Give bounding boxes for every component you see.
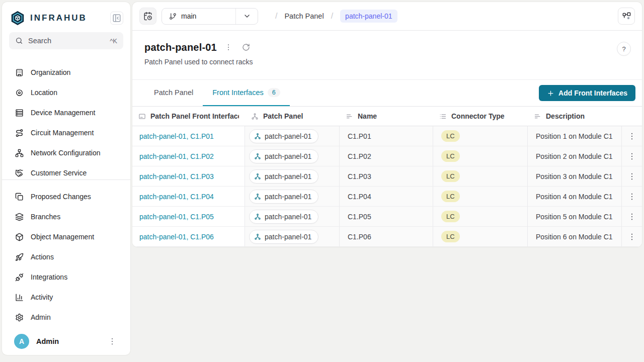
patch-panel-pill[interactable]: patch-panel-01 — [249, 149, 318, 163]
sidebar-nav-secondary: Proposed Changes Branches Object Managem… — [2, 180, 130, 327]
page-head: patch-panel-01 Patch Panel used to conne… — [132, 31, 642, 80]
patch-panel-pill[interactable]: patch-panel-01 — [249, 190, 318, 204]
interface-link[interactable]: patch-panel-01, C1.P04 — [139, 193, 214, 201]
connector-type-cell: LC — [433, 227, 528, 247]
page-title: patch-panel-01 — [144, 42, 217, 53]
page-subtitle: Patch Panel used to connect racks — [144, 58, 631, 66]
sidebar-item[interactable]: Admin — [2, 307, 130, 327]
sidebar-item[interactable]: Location — [2, 82, 130, 103]
patch-panel-cell: patch-panel-01 — [245, 126, 340, 146]
rocket-icon — [15, 253, 24, 261]
breadcrumb-item-patch-panel[interactable]: Patch Panel — [284, 12, 324, 20]
chevron-down-icon — [243, 12, 251, 20]
connector-type-badge: LC — [441, 150, 460, 162]
copy-icon — [15, 193, 24, 201]
branch-selector-caret[interactable] — [235, 9, 258, 24]
patch-panel-cell: patch-panel-01 — [245, 227, 340, 247]
search-input[interactable]: Search ^K — [9, 32, 123, 49]
kebab-icon — [627, 232, 636, 241]
connector-type-cell: LC — [433, 126, 528, 146]
kebab-icon — [627, 172, 636, 181]
row-menu-button[interactable] — [626, 150, 638, 162]
sidebar-item[interactable]: Device Management — [2, 103, 130, 123]
avatar: A — [14, 334, 29, 349]
breadcrumb-item-current[interactable]: patch-panel-01 — [340, 10, 397, 23]
interface-link[interactable]: patch-panel-01, C1.P05 — [139, 213, 214, 221]
help-button[interactable]: ? — [617, 42, 631, 56]
kebab-icon — [627, 212, 636, 221]
sidebar-item[interactable]: Activity — [2, 287, 130, 307]
refresh-button[interactable] — [240, 41, 252, 53]
connector-type-badge: LC — [441, 170, 460, 182]
interface-link-cell: patch-panel-01, C1.P01 — [132, 126, 245, 146]
patch-panel-pill[interactable]: patch-panel-01 — [249, 129, 318, 143]
collapse-icon — [112, 14, 121, 23]
add-front-interfaces-button[interactable]: Add Front Interfaces — [539, 85, 635, 101]
column-header: Patch Panel Front Interfaces — [132, 107, 245, 126]
description-cell: Position 4 on Module C1 — [528, 187, 622, 207]
connector-type-badge: LC — [441, 130, 460, 142]
cube-icon — [15, 233, 24, 241]
table-row: patch-panel-01, C1.P04 patch-panel-01 C1… — [132, 187, 642, 207]
breadcrumb: / Patch Panel / patch-panel-01 — [275, 10, 613, 23]
interface-link[interactable]: patch-panel-01, C1.P03 — [139, 172, 214, 180]
column-header: Patch Panel — [245, 107, 340, 126]
sidebar-item[interactable]: Branches — [2, 207, 130, 227]
hierarchy-icon — [254, 133, 261, 140]
sidebar-item[interactable]: Actions — [2, 247, 130, 267]
patch-panel-pill[interactable]: patch-panel-01 — [249, 210, 318, 224]
sidebar-item[interactable]: Object Management — [2, 227, 130, 247]
row-menu-button[interactable] — [626, 231, 638, 243]
table-row: patch-panel-01, C1.P03 patch-panel-01 C1… — [132, 166, 642, 187]
row-menu-button[interactable] — [626, 170, 638, 183]
sidebar-item[interactable]: Circuit Management — [2, 123, 130, 143]
row-menu-button[interactable] — [626, 211, 638, 223]
timeframe-button[interactable] — [139, 8, 156, 25]
git-branch-icon — [169, 13, 177, 20]
branch-selector-value[interactable]: main — [162, 9, 235, 24]
sidebar-item[interactable]: Proposed Changes — [2, 187, 130, 207]
route-icon — [15, 129, 24, 137]
main-content: main / Patch Panel / patch-panel-01 patc… — [132, 2, 642, 247]
row-menu-button[interactable] — [626, 130, 638, 142]
connector-type-badge: LC — [441, 191, 460, 202]
list-icon — [439, 113, 447, 120]
server-icon — [15, 109, 24, 117]
interface-link[interactable]: patch-panel-01, C1.P02 — [139, 152, 214, 160]
schema-button[interactable] — [618, 8, 635, 25]
hierarchy-icon — [254, 193, 261, 200]
text-icon — [346, 113, 353, 120]
interface-link[interactable]: patch-panel-01, C1.P06 — [139, 233, 214, 241]
connector-type-cell: LC — [433, 207, 528, 227]
interface-link[interactable]: patch-panel-01, C1.P01 — [139, 132, 214, 140]
user-menu-button[interactable] — [106, 335, 118, 347]
tab-patch-panel[interactable]: Patch Panel — [144, 80, 203, 106]
tabs-row: Patch Panel Front Interfaces 6 Add Front… — [132, 80, 642, 107]
tab-front-interfaces[interactable]: Front Interfaces 6 — [203, 80, 290, 106]
row-actions-cell — [622, 227, 642, 247]
interface-link-cell: patch-panel-01, C1.P05 — [132, 207, 245, 227]
patch-panel-pill[interactable]: patch-panel-01 — [249, 230, 318, 244]
table-row: patch-panel-01, C1.P05 patch-panel-01 C1… — [132, 207, 642, 227]
description-cell: Position 1 on Module C1 — [528, 126, 622, 146]
building-icon — [15, 68, 24, 77]
kebab-icon — [627, 132, 636, 141]
row-menu-button[interactable] — [626, 191, 638, 203]
sidebar-item[interactable]: Integrations — [2, 267, 130, 287]
layers-icon — [15, 213, 24, 221]
title-menu-button[interactable] — [223, 42, 234, 53]
sidebar-item[interactable]: Customer Service — [2, 163, 130, 179]
column-header: Name — [340, 107, 433, 126]
sidebar-item[interactable]: Organization — [2, 62, 130, 82]
branch-selector[interactable]: main — [162, 8, 258, 25]
table-row: patch-panel-01, C1.P01 patch-panel-01 C1… — [132, 126, 642, 146]
card-icon — [138, 113, 146, 120]
calendar-clock-icon — [143, 12, 152, 21]
sidebar-item[interactable]: Network Configuration — [2, 143, 130, 163]
patch-panel-cell: patch-panel-01 — [245, 207, 340, 227]
description-cell: Position 2 on Module C1 — [528, 146, 622, 166]
tab-count-badge: 6 — [268, 88, 280, 97]
sidebar-collapse-button[interactable] — [110, 12, 123, 25]
hierarchy-icon — [254, 213, 261, 220]
patch-panel-pill[interactable]: patch-panel-01 — [249, 169, 318, 184]
